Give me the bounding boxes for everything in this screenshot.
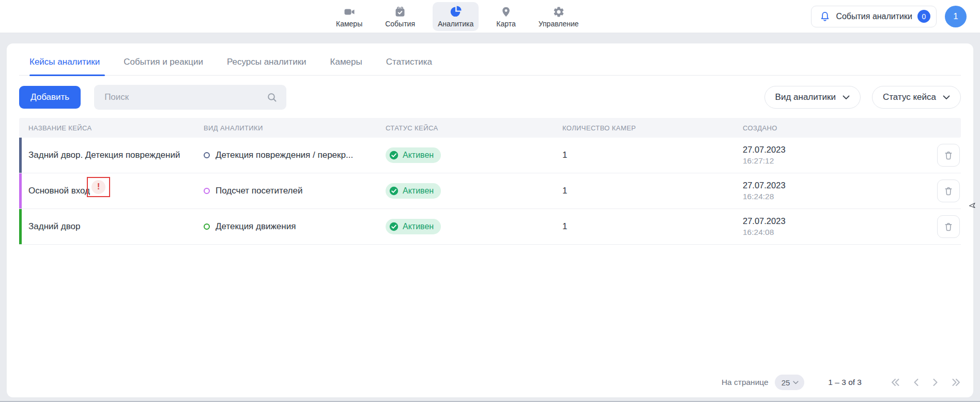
topbar-right: События аналитики 0 1 bbox=[811, 6, 967, 27]
row-accent-bar bbox=[19, 138, 22, 173]
add-button[interactable]: Добавить bbox=[19, 86, 81, 109]
chevron-down-icon bbox=[843, 95, 850, 100]
nav-item-label: Управление bbox=[539, 20, 579, 28]
per-page-select[interactable]: 25 bbox=[775, 375, 805, 390]
tab-statistics[interactable]: Статистика bbox=[386, 57, 432, 75]
row-accent-bar bbox=[19, 209, 22, 244]
check-circle-icon bbox=[389, 222, 399, 231]
events-count-badge: 0 bbox=[917, 10, 930, 23]
analytics-events-label: События аналитики bbox=[836, 12, 912, 21]
chevron-down-icon bbox=[793, 381, 799, 384]
column-header: КОЛИЧЕСТВО КАМЕР bbox=[554, 124, 732, 132]
pager-buttons bbox=[891, 378, 961, 386]
column-header: СТАТУС КЕЙСА bbox=[378, 124, 554, 132]
nav-item-label: Камеры bbox=[336, 20, 362, 28]
camera-icon bbox=[343, 5, 356, 18]
case-name: Задний двор bbox=[28, 221, 80, 232]
case-name: Задний двор. Детекция повреждений bbox=[28, 150, 180, 160]
created-cell: 27.07.2023 16:27:12 bbox=[732, 144, 920, 166]
tab-events-reactions[interactable]: События и реакции bbox=[124, 57, 203, 75]
filter-label: Вид аналитики bbox=[775, 92, 836, 102]
nav-item-events[interactable]: События bbox=[380, 2, 420, 31]
camera-count: 1 bbox=[554, 150, 732, 160]
column-header: НАЗВАНИЕ КЕЙСА bbox=[19, 124, 197, 132]
analytics-type-label: Подсчет посетителей bbox=[216, 186, 302, 196]
trash-icon bbox=[943, 150, 954, 161]
tab-cameras[interactable]: Камеры bbox=[330, 57, 362, 75]
toolbar: Добавить Вид аналитики Статус кейса bbox=[19, 85, 961, 110]
nav-item-analytics[interactable]: Аналитика bbox=[433, 2, 479, 31]
trash-icon bbox=[943, 186, 954, 197]
table-row[interactable]: Задний двор. Детекция повреждений Детекц… bbox=[19, 138, 961, 173]
created-time: 16:24:28 bbox=[743, 191, 920, 202]
nav-item-cameras[interactable]: Камеры bbox=[331, 2, 368, 31]
status-badge: Активен bbox=[386, 183, 441, 199]
nav-item-management[interactable]: Управление bbox=[533, 2, 584, 31]
created-date: 27.07.2023 bbox=[743, 215, 920, 227]
status-badge: Активен bbox=[386, 147, 441, 163]
annotation-highlight: ! bbox=[87, 177, 110, 197]
nav-item-label: Карта bbox=[496, 20, 515, 28]
analytics-type-label: Детекция движения bbox=[216, 221, 296, 232]
delete-button[interactable] bbox=[937, 144, 960, 167]
table-row[interactable]: Задний двор Детекция движения Активен 1 … bbox=[19, 209, 961, 245]
column-header: СОЗДАНО bbox=[732, 124, 920, 132]
case-status-filter[interactable]: Статус кейса bbox=[872, 86, 961, 109]
main-nav: Камеры События Аналитика Карта Управлени… bbox=[331, 0, 584, 33]
created-cell: 27.07.2023 16:24:28 bbox=[732, 180, 920, 202]
analytics-type-icon bbox=[204, 188, 210, 194]
search-box bbox=[94, 85, 286, 110]
content-card: Кейсы аналитики События и реакции Ресурс… bbox=[7, 43, 973, 397]
nav-item-map[interactable]: Карта bbox=[491, 2, 520, 31]
filter-label: Статус кейса bbox=[883, 92, 936, 102]
gear-icon bbox=[553, 5, 565, 18]
case-name: Основной вход bbox=[28, 186, 90, 196]
next-page-button[interactable] bbox=[932, 378, 938, 386]
delete-button[interactable] bbox=[937, 215, 960, 238]
status-label: Активен bbox=[403, 222, 434, 231]
page-range: 1 – 3 of 3 bbox=[828, 378, 862, 387]
created-date: 27.07.2023 bbox=[743, 180, 920, 191]
last-page-button[interactable] bbox=[952, 378, 961, 386]
per-page-value: 25 bbox=[782, 378, 790, 387]
search-icon[interactable] bbox=[267, 92, 277, 102]
created-time: 16:27:12 bbox=[743, 156, 920, 167]
delete-button[interactable] bbox=[937, 180, 960, 202]
chevron-down-icon bbox=[943, 95, 950, 100]
analytics-type-label: Детекция повреждения / перекр... bbox=[216, 150, 353, 160]
table-row[interactable]: Основной вход ! Подсчет посетителей Акти… bbox=[19, 173, 961, 209]
nav-item-label: События bbox=[385, 20, 415, 28]
search-input[interactable] bbox=[103, 92, 267, 103]
status-label: Активен bbox=[403, 151, 434, 160]
analytics-type-icon bbox=[204, 152, 210, 158]
cases-table: НАЗВАНИЕ КЕЙСА ВИД АНАЛИТИКИ СТАТУС КЕЙС… bbox=[19, 118, 961, 245]
pie-chart-icon bbox=[449, 5, 462, 18]
tab-analytics-resources[interactable]: Ресурсы аналитики bbox=[227, 57, 307, 75]
camera-count: 1 bbox=[554, 186, 732, 196]
created-date: 27.07.2023 bbox=[743, 144, 920, 155]
tab-analytics-cases[interactable]: Кейсы аналитики bbox=[29, 57, 100, 75]
analytics-type-filter[interactable]: Вид аналитики bbox=[764, 86, 861, 109]
check-circle-icon bbox=[389, 151, 399, 160]
tabs-row: Кейсы аналитики События и реакции Ресурс… bbox=[19, 43, 961, 76]
calendar-check-icon bbox=[394, 5, 406, 18]
status-badge: Активен bbox=[386, 219, 441, 234]
table-header: НАЗВАНИЕ КЕЙСА ВИД АНАЛИТИКИ СТАТУС КЕЙС… bbox=[19, 118, 961, 138]
bell-icon bbox=[819, 11, 831, 22]
pagination: На странице 25 1 – 3 of 3 bbox=[722, 375, 961, 390]
created-time: 16:24:08 bbox=[743, 227, 920, 238]
created-cell: 27.07.2023 16:24:08 bbox=[732, 215, 920, 237]
first-page-button[interactable] bbox=[891, 378, 900, 386]
check-circle-icon bbox=[389, 186, 399, 196]
alert-icon: ! bbox=[91, 180, 105, 194]
row-accent-bar bbox=[19, 173, 22, 209]
prev-page-button[interactable] bbox=[913, 378, 919, 386]
nav-item-label: Аналитика bbox=[438, 20, 473, 28]
trash-icon bbox=[943, 221, 954, 232]
column-header: ВИД АНАЛИТИКИ bbox=[197, 124, 378, 132]
user-avatar[interactable]: 1 bbox=[945, 6, 967, 27]
status-label: Активен bbox=[403, 186, 434, 196]
analytics-type-icon bbox=[204, 224, 210, 230]
analytics-events-button[interactable]: События аналитики 0 bbox=[811, 6, 937, 27]
top-header: Камеры События Аналитика Карта Управлени… bbox=[0, 0, 980, 33]
